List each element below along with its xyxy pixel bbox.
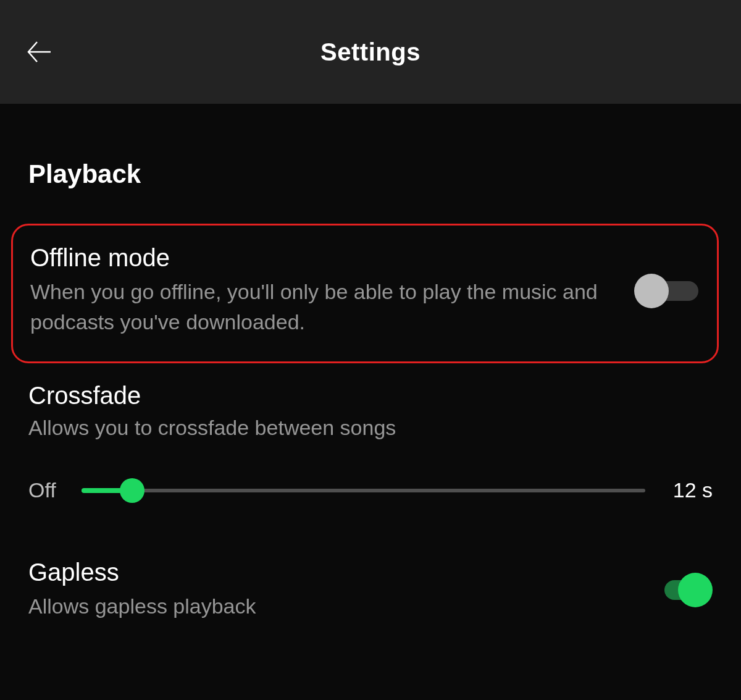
offline-mode-title: Offline mode <box>30 244 609 272</box>
page-title: Settings <box>25 38 716 66</box>
gapless-text: Gapless Allows gapless playback <box>28 559 256 622</box>
gapless-toggle[interactable] <box>646 571 713 609</box>
gapless-title: Gapless <box>28 559 256 586</box>
crossfade-row: Crossfade Allows you to crossfade betwee… <box>28 382 713 503</box>
slider-thumb <box>120 478 144 503</box>
back-button[interactable] <box>25 37 54 67</box>
offline-mode-desc: When you go offline, you'll only be able… <box>30 277 609 338</box>
crossfade-desc: Allows you to crossfade between songs <box>28 416 713 440</box>
offline-mode-text: Offline mode When you go offline, you'll… <box>30 244 634 338</box>
toggle-thumb <box>678 573 713 607</box>
crossfade-slider[interactable] <box>82 478 645 503</box>
gapless-desc: Allows gapless playback <box>28 591 256 622</box>
arrow-left-icon <box>25 37 54 67</box>
offline-mode-row: Offline mode When you go offline, you'll… <box>17 244 701 338</box>
slider-track <box>82 489 645 492</box>
crossfade-min-label: Off <box>28 478 67 502</box>
section-title-playback: Playback <box>28 159 713 189</box>
gapless-row: Gapless Allows gapless playback <box>28 559 713 622</box>
toggle-thumb <box>634 274 669 308</box>
offline-highlight: Offline mode When you go offline, you'll… <box>11 224 719 363</box>
crossfade-slider-row: Off 12 s <box>28 478 713 503</box>
content: Playback Offline mode When you go offlin… <box>0 104 741 622</box>
offline-mode-toggle[interactable] <box>634 272 701 310</box>
crossfade-max-label: 12 s <box>660 478 713 502</box>
header: Settings <box>0 0 741 104</box>
crossfade-title: Crossfade <box>28 382 713 410</box>
